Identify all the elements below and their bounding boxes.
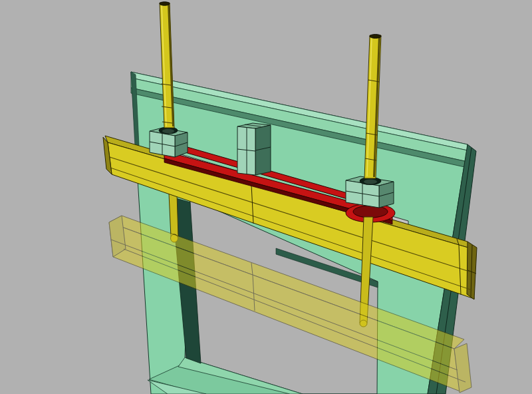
pulley-right	[353, 206, 388, 218]
cad-viewport[interactable]	[0, 0, 532, 394]
lead-screw-right-cap	[370, 35, 381, 39]
lead-screw-left-cap	[160, 2, 170, 6]
carriage-block-left-hole	[162, 129, 174, 133]
carriage-block-right-hole	[364, 180, 377, 184]
scene-svg	[0, 0, 532, 394]
